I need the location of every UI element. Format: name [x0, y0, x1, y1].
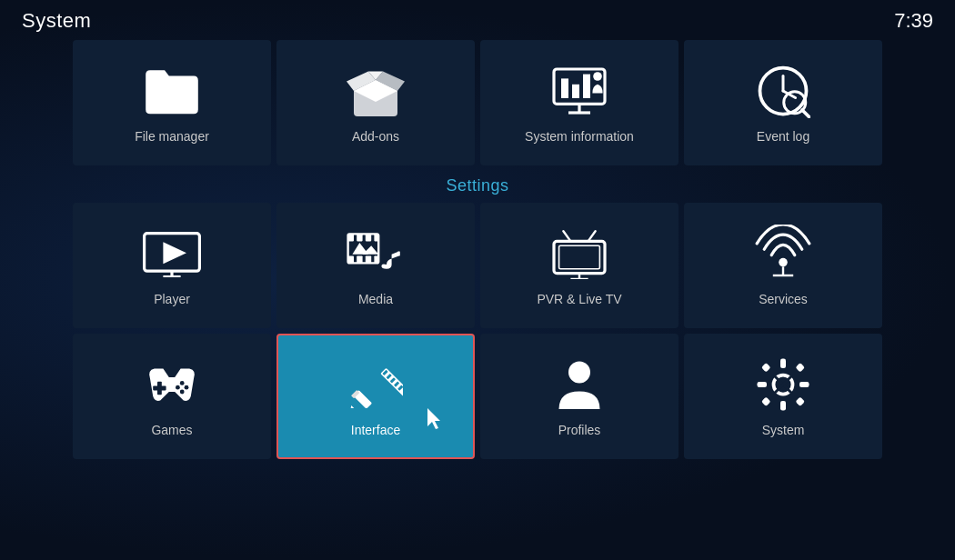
svg-point-53	[568, 362, 590, 384]
tile-file-manager[interactable]: File manager	[73, 40, 271, 165]
svg-rect-21	[348, 255, 354, 263]
folder-icon	[143, 62, 201, 120]
settings-heading: Settings	[0, 176, 955, 195]
svg-rect-24	[374, 255, 378, 263]
system-icon	[754, 355, 812, 414]
tile-services[interactable]: Services	[684, 203, 882, 328]
svg-rect-57	[758, 382, 768, 387]
svg-rect-20	[374, 234, 378, 241]
tile-label-interface: Interface	[351, 423, 400, 437]
svg-marker-13	[163, 242, 186, 264]
tile-label-player: Player	[154, 292, 190, 306]
tile-label-media: Media	[358, 292, 393, 306]
svg-line-31	[588, 231, 596, 241]
games-icon	[143, 355, 201, 414]
svg-line-30	[563, 231, 570, 241]
tile-label-profiles: Profiles	[558, 423, 601, 437]
services-icon	[754, 225, 812, 283]
tile-player[interactable]: Player	[73, 203, 271, 328]
svg-rect-29	[559, 245, 600, 269]
tile-system-information[interactable]: System information	[480, 40, 679, 165]
tile-label-add-ons: Add-ons	[352, 129, 399, 144]
tile-interface[interactable]: Interface	[276, 334, 475, 459]
svg-rect-55	[780, 359, 786, 369]
svg-rect-23	[366, 255, 371, 263]
cursor-icon	[427, 408, 446, 430]
svg-point-39	[180, 381, 185, 385]
header: System 7:39	[0, 0, 955, 36]
svg-point-42	[176, 385, 180, 390]
svg-rect-2	[572, 85, 579, 98]
svg-rect-62	[795, 396, 805, 406]
addons-icon	[347, 62, 405, 120]
eventlog-icon	[754, 62, 812, 120]
svg-rect-22	[357, 255, 362, 263]
tile-label-games: Games	[151, 423, 192, 437]
tile-event-log[interactable]: Event log	[684, 40, 882, 165]
svg-rect-3	[583, 75, 590, 98]
pvr-icon	[550, 225, 608, 283]
tile-media[interactable]: Media	[276, 203, 475, 328]
svg-rect-59	[761, 363, 771, 373]
tile-label-system: System	[762, 423, 805, 437]
tile-label-file-manager: File manager	[135, 129, 209, 144]
tile-label-system-information: System information	[525, 129, 634, 144]
profiles-icon	[550, 355, 608, 414]
svg-marker-44	[350, 405, 357, 408]
sysinfo-icon	[550, 62, 608, 120]
svg-rect-60	[795, 363, 805, 373]
mid-tiles-row: Player	[0, 203, 955, 328]
svg-rect-1	[561, 78, 568, 98]
svg-rect-58	[799, 382, 809, 387]
page-title: System	[22, 9, 91, 33]
tile-games[interactable]: Games	[73, 334, 271, 459]
tile-pvr-live-tv[interactable]: PVR & Live TV	[480, 203, 679, 328]
interface-icon	[347, 355, 405, 414]
main-page: System 7:39 File manager	[0, 0, 955, 560]
tile-label-pvr-live-tv: PVR & Live TV	[537, 292, 621, 306]
bot-tiles-row: Games Interface	[0, 334, 955, 459]
svg-point-41	[180, 390, 185, 395]
top-tiles-row: File manager Add-ons	[0, 40, 955, 165]
svg-point-34	[779, 258, 788, 267]
svg-rect-61	[761, 396, 771, 406]
svg-point-6	[593, 72, 602, 81]
svg-point-40	[185, 385, 189, 390]
svg-rect-17	[348, 234, 354, 241]
svg-line-11	[802, 110, 809, 117]
tile-label-event-log: Event log	[757, 129, 809, 144]
svg-marker-52	[427, 408, 440, 429]
svg-rect-56	[780, 401, 786, 411]
tile-add-ons[interactable]: Add-ons	[276, 40, 475, 165]
tile-label-services: Services	[759, 292, 808, 306]
clock: 7:39	[894, 9, 933, 33]
media-icon	[347, 225, 405, 283]
svg-rect-38	[153, 386, 166, 391]
svg-rect-18	[357, 234, 362, 241]
player-icon	[143, 225, 201, 283]
tile-profiles[interactable]: Profiles	[480, 334, 679, 459]
svg-rect-19	[366, 234, 371, 241]
tile-system[interactable]: System	[684, 334, 882, 459]
